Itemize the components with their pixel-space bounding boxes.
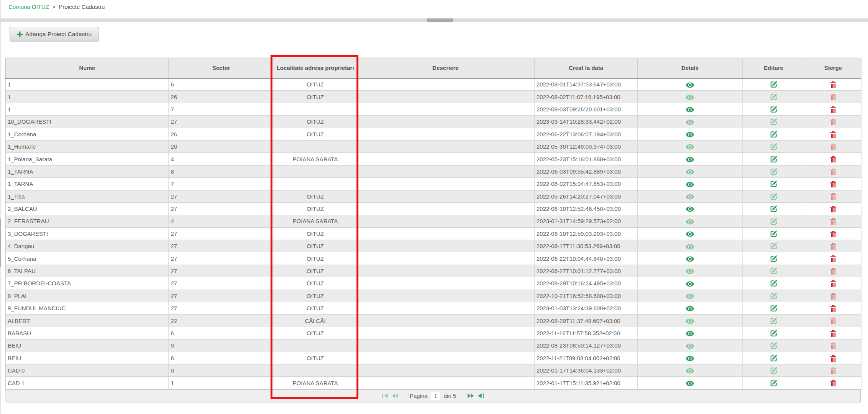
details-button[interactable] [638,202,743,215]
edit-button[interactable] [743,290,805,302]
column-header-creat-la-data[interactable]: Creat la data [535,58,638,78]
edit-button[interactable] [743,103,805,115]
delete-button[interactable] [805,327,861,339]
details-button[interactable] [638,339,743,352]
delete-button[interactable] [805,377,861,389]
table-row: BEIU92022-08-23T08:50:14.127+03:00 [6,339,861,352]
details-button[interactable] [638,352,743,364]
delete-button[interactable] [805,227,861,240]
edit-button[interactable] [743,252,805,265]
details-button[interactable] [638,240,743,252]
delete-button[interactable] [805,364,861,376]
edit-button[interactable] [743,78,805,91]
details-button[interactable] [638,327,743,339]
edit-button[interactable] [743,116,805,128]
delete-button[interactable] [805,202,861,215]
cell-nume: 1_Tisa [6,190,169,202]
details-button[interactable] [638,190,743,202]
page-number-input[interactable] [431,392,440,400]
edit-button[interactable] [743,140,805,152]
left-scrollbar-thumb[interactable] [0,219,1,267]
details-button[interactable] [638,364,743,376]
column-header-detalii[interactable]: Detalii [638,58,743,78]
details-button[interactable] [638,252,743,265]
next-page-button[interactable] [467,393,474,398]
column-header-localitate[interactable]: Localitate adresa proprietari [274,58,357,78]
edit-button[interactable] [743,277,805,290]
delete-button[interactable] [805,252,861,265]
last-page-button[interactable] [477,393,484,398]
delete-button[interactable] [805,215,861,227]
delete-button[interactable] [805,302,861,315]
cell-descriere [357,364,535,376]
edit-button[interactable] [743,327,805,339]
column-header-descriere[interactable]: Descriere [357,58,535,78]
edit-button[interactable] [743,215,805,227]
edit-button[interactable] [743,315,805,327]
cell-localitate: OITUZ [274,227,357,240]
details-button[interactable] [638,128,743,140]
delete-button[interactable] [805,240,861,252]
edit-button[interactable] [743,128,805,140]
details-button[interactable] [638,140,743,152]
horizontal-scrollbar-track[interactable] [0,18,868,22]
delete-button[interactable] [805,165,861,177]
edit-button[interactable] [743,240,805,252]
breadcrumb-link-comuna[interactable]: Comuna OITUZ [8,3,49,10]
details-button[interactable] [638,91,743,103]
delete-button[interactable] [805,190,861,202]
delete-button[interactable] [805,352,861,364]
delete-button[interactable] [805,339,861,352]
details-button[interactable] [638,277,743,290]
edit-button[interactable] [743,364,805,376]
edit-button[interactable] [743,352,805,364]
column-header-sector[interactable]: Sector [169,58,274,78]
delete-button[interactable] [805,315,861,327]
details-button[interactable] [638,178,743,190]
details-button[interactable] [638,153,743,165]
edit-button[interactable] [743,339,805,352]
first-page-button[interactable] [382,393,388,398]
details-button[interactable] [638,165,743,177]
column-header-nume[interactable]: Nume [6,58,169,78]
edit-button[interactable] [743,178,805,190]
delete-button[interactable] [805,103,861,115]
details-button[interactable] [638,78,743,91]
details-button[interactable] [638,265,743,277]
details-button[interactable] [638,290,743,302]
delete-button[interactable] [805,277,861,290]
delete-button[interactable] [805,153,861,165]
delete-button[interactable] [805,128,861,140]
column-header-editare[interactable]: Editare [743,58,805,78]
eye-icon [686,318,694,324]
delete-button[interactable] [805,78,861,91]
details-button[interactable] [638,103,743,115]
details-button[interactable] [638,302,743,315]
add-project-button[interactable]: Adauga Proiect Cadastru [10,27,99,41]
trash-icon [830,343,836,349]
edit-button[interactable] [743,377,805,389]
column-header-sterge[interactable]: Sterge [805,58,861,78]
delete-button[interactable] [805,265,861,277]
edit-button[interactable] [743,227,805,240]
details-button[interactable] [638,377,743,389]
delete-button[interactable] [805,140,861,152]
details-button[interactable] [638,227,743,240]
edit-button[interactable] [743,153,805,165]
edit-button[interactable] [743,202,805,215]
edit-button[interactable] [743,165,805,177]
edit-button[interactable] [743,265,805,277]
delete-button[interactable] [805,178,861,190]
delete-button[interactable] [805,290,861,302]
horizontal-scrollbar-thumb[interactable] [427,18,453,22]
details-button[interactable] [638,116,743,128]
edit-button[interactable] [743,302,805,315]
details-button[interactable] [638,315,743,327]
delete-button[interactable] [805,91,861,103]
left-scrollbar-track[interactable] [0,0,1,414]
delete-button[interactable] [805,116,861,128]
edit-button[interactable] [743,91,805,103]
edit-button[interactable] [743,190,805,202]
details-button[interactable] [638,215,743,227]
previous-page-button[interactable] [392,393,398,398]
